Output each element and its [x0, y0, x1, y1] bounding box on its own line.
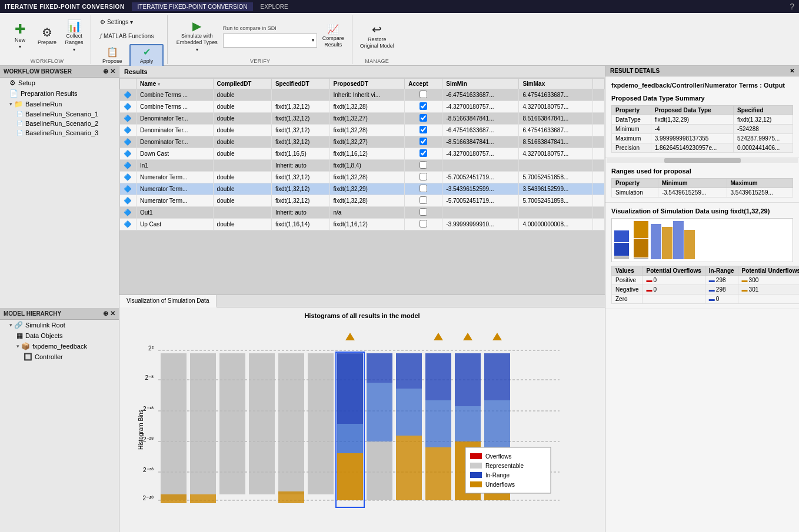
tree-item-scenario3[interactable]: 📄 BaselineRun_Scenario_3	[0, 128, 119, 138]
svg-rect-22	[337, 353, 363, 424]
row-name: In1	[137, 160, 214, 172]
row-extra	[593, 195, 605, 207]
prepare-button[interactable]: ⚙ Prepare	[34, 18, 60, 55]
row-accept[interactable]	[405, 136, 442, 148]
row-accept[interactable]	[405, 183, 442, 195]
tree-item-setup[interactable]: ⚙ Setup	[0, 78, 119, 88]
row-compiled	[213, 207, 271, 219]
svg-rect-17	[219, 353, 245, 494]
tab-main[interactable]: ITERATIVE FIXED-POINT CONVERSION	[132, 2, 254, 11]
col-specified[interactable]: SpecifiedDT	[271, 79, 329, 89]
row-accept[interactable]	[405, 160, 442, 172]
restore-original-button[interactable]: ↩ RestoreOriginal Model	[357, 18, 397, 55]
table-row[interactable]: 🔷 Combine Terms ... double fixdt(1,32,12…	[120, 101, 605, 113]
row-accept[interactable]	[405, 125, 442, 136]
row-accept[interactable]	[405, 207, 442, 219]
row-icon-cell: 🔷	[120, 148, 137, 160]
row-proposed: Inherit: Inherit vi...	[329, 89, 405, 101]
val-col-underflows: Potential Underflows	[738, 266, 799, 276]
model-hierarchy-settings-icon[interactable]: ⊕	[103, 310, 108, 317]
manage-group-label: MANAGE	[365, 57, 389, 64]
table-row[interactable]: 🔷 Denominator Ter... double fixdt(1,32,1…	[120, 136, 605, 148]
tree-item-baseline[interactable]: ▾ 📁 BaselineRun	[0, 99, 119, 109]
result-details-collapse-icon[interactable]: ✕	[790, 68, 794, 74]
col-extra	[593, 79, 605, 89]
table-row[interactable]: 🔷 Combine Terms ... double Inherit: Inhe…	[120, 89, 605, 101]
row-accept[interactable]	[405, 195, 442, 207]
app-title: ITERATIVE FIXED-POINT CONVERSION	[5, 4, 125, 10]
tree-item-prep-results[interactable]: 📄 Preparation Results	[0, 88, 119, 99]
val-inrange: ▬298	[705, 285, 738, 295]
table-row[interactable]: 🔷 Out1 Inherit: auto n/a	[120, 207, 605, 219]
table-row[interactable]: 🔷 Denominator Ter... double fixdt(1,32,1…	[120, 125, 605, 136]
table-row[interactable]: 🔷 Down Cast double fixdt(1,16,5) fixdt(1…	[120, 148, 605, 160]
simulate-embedded-button[interactable]: ▶ Simulate withEmbedded Types ▾	[174, 18, 221, 55]
col-simmin[interactable]: SimMin	[442, 79, 519, 89]
compare-results-button[interactable]: 📈 CompareResults	[319, 18, 347, 55]
tab-explore[interactable]: EXPLORE	[254, 2, 294, 11]
prop-specified-val: 524287.99975...	[734, 134, 793, 143]
settings-button[interactable]: ⚙Settings ▾	[96, 15, 158, 28]
svg-rect-21	[308, 353, 334, 494]
col-compiled[interactable]: CompiledDT	[213, 79, 271, 89]
left-panel: WORKFLOW BROWSER ⊕ ✕ ⚙ Setup 📄 Preparati…	[0, 66, 119, 532]
tree-item-fxpdemo[interactable]: ▾ 📦 fxpdemo_feedback	[0, 341, 119, 352]
workflow-browser-close-icon[interactable]: ✕	[110, 68, 115, 75]
tree-item-scenario1[interactable]: 📄 BaselineRun_Scenario_1	[0, 109, 119, 119]
new-button[interactable]: ✚ New ▾	[7, 18, 33, 55]
row-proposed: fixdt(1,32,28)	[329, 101, 405, 113]
row-accept[interactable]	[405, 219, 442, 230]
row-accept[interactable]	[405, 89, 442, 101]
toolbar-workflow-group: ✚ New ▾ ⚙ Prepare 📊 Collect Ranges ▾ WOR…	[4, 15, 91, 64]
col-accept[interactable]: Accept	[405, 79, 442, 89]
svg-rect-48	[470, 463, 482, 469]
row-specified: fixdt(1,32,12)	[271, 195, 329, 207]
prop-table-row: Maximum 3.999999998137355 524287.99975..…	[612, 134, 793, 143]
row-simmax: 5.70052451858...	[519, 195, 593, 207]
table-row[interactable]: 🔷 Up Cast double fixdt(1,16,14) fixdt(1,…	[120, 219, 605, 230]
model-hierarchy-close-icon[interactable]: ✕	[110, 310, 115, 317]
row-accept[interactable]	[405, 172, 442, 183]
tree-item-simulink-root[interactable]: ▾ 🔗 Simulink Root	[0, 320, 119, 330]
table-row[interactable]: 🔷 In1 Inherit: auto fixdt(1,8,4)	[120, 160, 605, 172]
table-row[interactable]: 🔷 Numerator Term... double fixdt(1,32,12…	[120, 183, 605, 195]
detail-title: fxpdemo_feedback/Controller/Numerator Te…	[611, 81, 793, 90]
workflow-browser-settings-icon[interactable]: ⊕	[103, 68, 108, 75]
table-row[interactable]: 🔷 Numerator Term... double fixdt(1,32,12…	[120, 172, 605, 183]
viz-tab-simulation[interactable]: Visualization of Simulation Data	[119, 295, 217, 307]
col-name[interactable]: Name ▾	[137, 79, 214, 89]
tree-item-scenario2[interactable]: 📄 BaselineRun_Scenario_2	[0, 119, 119, 128]
svg-text:2⁻²⁸: 2⁻²⁸	[143, 436, 154, 443]
col-simmax[interactable]: SimMax	[519, 79, 593, 89]
collect-ranges-button[interactable]: 📊 Collect Ranges ▾	[61, 18, 87, 55]
row-icon-cell: 🔷	[120, 101, 137, 113]
table-row[interactable]: 🔷 Numerator Term... double fixdt(1,32,12…	[120, 195, 605, 207]
ranges-col-property: Property	[612, 179, 658, 188]
row-accept[interactable]	[405, 113, 442, 125]
row-specified: fixdt(1,16,14)	[271, 219, 329, 230]
svg-text:2²: 2²	[148, 345, 154, 352]
prop-proposed-val: 3.999999998137355	[651, 134, 733, 143]
row-accept[interactable]	[405, 148, 442, 160]
verify-group-label: VERIFY	[250, 57, 270, 64]
row-extra	[593, 101, 605, 113]
tree-item-data-objects[interactable]: ▦ Data Objects	[0, 330, 119, 341]
run-compare-dropdown[interactable]: ▾	[223, 34, 317, 48]
svg-rect-31	[396, 436, 422, 500]
row-proposed: fixdt(1,16,12)	[329, 219, 405, 230]
viz-area: Visualization of Simulation Data Histogr…	[119, 295, 605, 532]
val-underflow: ▬301	[738, 285, 799, 295]
tree-item-controller[interactable]: 🔲 Controller	[0, 352, 119, 362]
viz-header: Visualization of Simulation Data using f…	[611, 208, 793, 215]
row-specified: Inherit: auto	[271, 207, 329, 219]
table-row[interactable]: 🔷 Denominator Ter... double fixdt(1,32,1…	[120, 113, 605, 125]
help-button[interactable]: ?	[790, 2, 794, 11]
prop-col-specified: Specified	[734, 106, 793, 115]
row-name: Numerator Term...	[137, 183, 214, 195]
matlab-functions-button[interactable]: 𝑓MATLAB Functions	[96, 29, 158, 42]
row-accept[interactable]	[405, 101, 442, 113]
row-simmax: 6.47541633687...	[519, 89, 593, 101]
col-proposed[interactable]: ProposedDT	[329, 79, 405, 89]
data-table[interactable]: Name ▾ CompiledDT SpecifiedDT ProposedDT…	[119, 78, 605, 295]
val-col-inrange: In-Range	[705, 266, 738, 276]
